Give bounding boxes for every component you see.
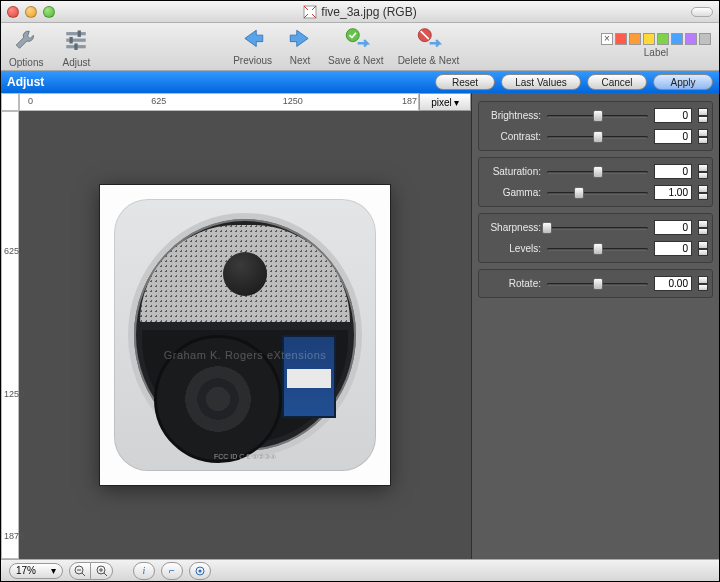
reset-button[interactable]: Reset (435, 74, 495, 90)
chevron-down-icon: ▾ (51, 565, 56, 576)
slider-label: Gamma: (483, 187, 541, 198)
slider-value-input[interactable]: 0 (654, 108, 692, 123)
slider-group: Brightness:0▴▾Contrast:0▴▾ (478, 101, 713, 151)
previous-button[interactable]: Previous (233, 27, 272, 66)
label-swatch-3[interactable] (657, 33, 669, 45)
slider-group: Saturation:0▴▾Gamma:1.00▴▾ (478, 157, 713, 207)
save-next-button[interactable]: Save & Next (328, 27, 384, 66)
crop-guide-button[interactable]: ⌐ (161, 562, 183, 580)
svg-rect-1 (67, 32, 87, 35)
adjust-panel: Brightness:0▴▾Contrast:0▴▾Saturation:0▴▾… (471, 93, 719, 559)
target-button[interactable] (189, 562, 211, 580)
slider-thumb[interactable] (593, 278, 603, 290)
svg-line-11 (82, 573, 85, 576)
zoom-in-button[interactable] (91, 562, 113, 580)
step-down-icon[interactable]: ▾ (698, 137, 708, 145)
slider-track[interactable] (547, 165, 648, 179)
ruler-unit-select[interactable]: pixel▾ (419, 93, 471, 111)
step-up-icon[interactable]: ▴ (698, 241, 708, 249)
arrow-left-icon (239, 27, 267, 53)
stepper[interactable]: ▴▾ (698, 164, 708, 179)
slider-track[interactable] (547, 242, 648, 256)
step-down-icon[interactable]: ▾ (698, 172, 708, 180)
step-up-icon[interactable]: ▴ (698, 185, 708, 193)
slider-thumb[interactable] (593, 110, 603, 122)
stepper[interactable]: ▴▾ (698, 241, 708, 256)
step-up-icon[interactable]: ▴ (698, 220, 708, 228)
step-down-icon[interactable]: ▾ (698, 284, 708, 292)
slider-label: Brightness: (483, 110, 541, 121)
slider-track[interactable] (547, 221, 648, 235)
ruler-origin (1, 93, 19, 111)
step-down-icon[interactable]: ▾ (698, 193, 708, 201)
sliders-icon (61, 27, 91, 55)
step-up-icon[interactable]: ▴ (698, 164, 708, 172)
label-swatch-5[interactable] (685, 33, 697, 45)
next-button[interactable]: Next (286, 27, 314, 66)
label-swatch-6[interactable] (699, 33, 711, 45)
slider-value-input[interactable]: 0 (654, 164, 692, 179)
slider-track[interactable] (547, 109, 648, 123)
info-button[interactable]: i (133, 562, 155, 580)
zoom-select[interactable]: 17%▾ (9, 563, 63, 579)
slider-value-input[interactable]: 0 (654, 220, 692, 235)
step-up-icon[interactable]: ▴ (698, 108, 708, 116)
label-swatch-1[interactable] (629, 33, 641, 45)
wrench-icon (11, 27, 41, 55)
label-swatch-2[interactable] (643, 33, 655, 45)
arrow-right-icon (286, 27, 314, 53)
slider-value-input[interactable]: 0 (654, 241, 692, 256)
svg-point-18 (199, 569, 202, 572)
slider-label: Saturation: (483, 166, 541, 177)
slider-track[interactable] (547, 130, 648, 144)
nope-arrow-icon (414, 27, 442, 53)
adjust-button[interactable]: Adjust (61, 27, 91, 68)
last-values-button[interactable]: Last Values (501, 74, 581, 90)
stepper[interactable]: ▴▾ (698, 108, 708, 123)
step-up-icon[interactable]: ▴ (698, 276, 708, 284)
apply-button[interactable]: Apply (653, 74, 713, 90)
step-down-icon[interactable]: ▾ (698, 116, 708, 124)
slider-value-input[interactable]: 0 (654, 129, 692, 144)
step-up-icon[interactable]: ▴ (698, 129, 708, 137)
slider-row: Brightness:0▴▾ (483, 108, 708, 123)
slider-row: Saturation:0▴▾ (483, 164, 708, 179)
step-down-icon[interactable]: ▾ (698, 249, 708, 257)
slider-thumb[interactable] (593, 131, 603, 143)
watermark-text: Graham K. Rogers eXtensions (114, 349, 376, 361)
slider-thumb[interactable] (593, 166, 603, 178)
zoom-in-icon (96, 565, 108, 577)
delete-next-button[interactable]: Delete & Next (398, 27, 460, 66)
slider-track[interactable] (547, 277, 648, 291)
options-button[interactable]: Options (9, 27, 43, 68)
window-titlebar: five_3a.jpg (RGB) (1, 1, 719, 23)
status-bar: 17%▾ i ⌐ (1, 559, 719, 581)
svg-line-14 (104, 573, 107, 576)
stepper[interactable]: ▴▾ (698, 185, 708, 200)
stepper[interactable]: ▴▾ (698, 276, 708, 291)
certification-text: FCC ID C € ①②③④ (114, 453, 376, 461)
cancel-button[interactable]: Cancel (587, 74, 647, 90)
vertical-ruler: 625 1250 1875 (1, 111, 19, 559)
slider-thumb[interactable] (593, 243, 603, 255)
slider-track[interactable] (547, 186, 648, 200)
check-arrow-icon (342, 27, 370, 53)
label-swatch-0[interactable] (615, 33, 627, 45)
stepper[interactable]: ▴▾ (698, 220, 708, 235)
stepper[interactable]: ▴▾ (698, 129, 708, 144)
step-down-icon[interactable]: ▾ (698, 228, 708, 236)
label-none-swatch[interactable]: × (601, 33, 613, 45)
slider-thumb[interactable] (542, 222, 552, 234)
slider-group: Rotate:0.00▴▾ (478, 269, 713, 298)
slider-row: Sharpness:0▴▾ (483, 220, 708, 235)
zoom-out-button[interactable] (69, 562, 91, 580)
horizontal-ruler: 0 625 1250 187 (19, 93, 419, 111)
file-icon (303, 5, 317, 19)
main-toolbar: Options Adjust Previous Next Save & Next… (1, 23, 719, 71)
slider-value-input[interactable]: 0.00 (654, 276, 692, 291)
slider-row: Gamma:1.00▴▾ (483, 185, 708, 200)
label-swatch-4[interactable] (671, 33, 683, 45)
image-canvas[interactable]: Graham K. Rogers eXtensions FCC ID C € ①… (19, 111, 471, 559)
slider-value-input[interactable]: 1.00 (654, 185, 692, 200)
slider-thumb[interactable] (574, 187, 584, 199)
